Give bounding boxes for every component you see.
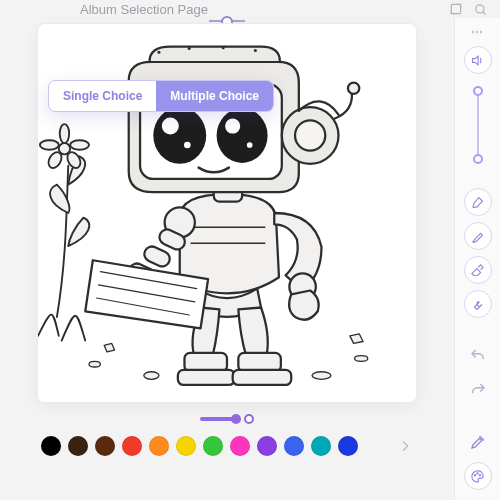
more-menu-icon[interactable]: ⋯ — [471, 28, 485, 36]
svg-point-1 — [475, 4, 483, 12]
svg-point-24 — [153, 107, 206, 164]
svg-point-27 — [225, 119, 240, 134]
svg-point-32 — [348, 83, 359, 94]
svg-point-3 — [60, 124, 69, 143]
color-palette — [0, 436, 454, 456]
svg-point-31 — [295, 120, 325, 150]
wrench-tool-button[interactable] — [464, 290, 492, 318]
svg-rect-15 — [142, 244, 172, 269]
eyedropper-button[interactable] — [464, 428, 492, 456]
svg-point-35 — [89, 361, 100, 367]
color-swatch[interactable] — [68, 436, 88, 456]
svg-point-22 — [254, 49, 257, 52]
redo-button[interactable] — [464, 376, 492, 404]
color-swatch[interactable] — [203, 436, 223, 456]
palette-button[interactable] — [464, 462, 492, 490]
color-swatch[interactable] — [95, 436, 115, 456]
svg-point-28 — [184, 142, 191, 149]
body: Single Choice Multiple Choice — [0, 18, 500, 500]
color-swatch[interactable] — [149, 436, 169, 456]
tool-rail: ⋯ — [454, 18, 500, 500]
svg-rect-9 — [178, 370, 235, 385]
brush-size-slider[interactable] — [47, 414, 407, 424]
svg-point-37 — [474, 474, 475, 475]
brush-tool-button[interactable] — [464, 188, 492, 216]
color-swatch[interactable] — [257, 436, 277, 456]
slider-handle-bottom[interactable] — [473, 154, 483, 164]
tool-vertical-slider[interactable] — [473, 86, 483, 164]
brush-size-track — [200, 417, 238, 421]
color-swatch[interactable] — [311, 436, 331, 456]
svg-rect-11 — [233, 370, 292, 385]
svg-point-29 — [247, 142, 253, 148]
slider-track — [477, 96, 479, 154]
color-swatch[interactable] — [122, 436, 142, 456]
app-root: Album Selection Page Single Choice Multi… — [0, 0, 500, 500]
svg-rect-0 — [451, 4, 460, 13]
svg-point-34 — [312, 372, 331, 380]
svg-point-4 — [70, 140, 89, 149]
sound-button[interactable] — [464, 46, 492, 74]
svg-point-21 — [222, 46, 225, 49]
slider-handle-top[interactable] — [473, 86, 483, 96]
svg-point-25 — [217, 108, 268, 163]
svg-point-26 — [162, 118, 179, 135]
svg-point-20 — [188, 47, 191, 50]
color-swatch[interactable] — [338, 436, 358, 456]
search-icon[interactable] — [472, 1, 488, 17]
color-swatch[interactable] — [176, 436, 196, 456]
undo-button[interactable] — [464, 342, 492, 370]
page-title: Album Selection Page — [80, 2, 208, 17]
stage: Single Choice Multiple Choice — [0, 18, 454, 500]
svg-point-19 — [157, 51, 160, 54]
svg-point-33 — [144, 372, 159, 380]
brush-size-max-dot — [244, 414, 254, 424]
svg-point-38 — [477, 472, 478, 473]
expand-icon[interactable] — [448, 1, 464, 17]
choice-group: Single Choice Multiple Choice — [48, 80, 274, 112]
title-bar: Album Selection Page — [0, 0, 500, 18]
color-swatch[interactable] — [284, 436, 304, 456]
color-swatch[interactable] — [41, 436, 61, 456]
color-swatch[interactable] — [230, 436, 250, 456]
svg-point-5 — [40, 140, 59, 149]
svg-point-36 — [355, 356, 368, 362]
eraser-tool-button[interactable] — [464, 256, 492, 284]
paint-tube-tool-button[interactable] — [464, 222, 492, 250]
single-choice-button[interactable]: Single Choice — [49, 81, 156, 111]
svg-point-39 — [479, 474, 480, 475]
multiple-choice-button[interactable]: Multiple Choice — [156, 81, 273, 111]
palette-next-icon[interactable] — [397, 438, 413, 454]
